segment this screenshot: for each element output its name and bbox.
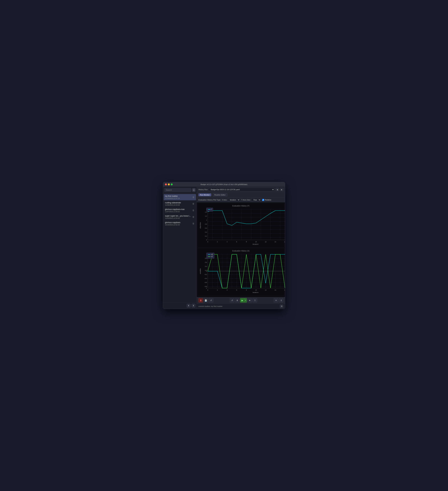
routine-info: glorious-capybara 10/18/2023,22:52:20 <box>165 221 192 226</box>
svg-text:16: 16 <box>284 241 285 243</box>
routine-delete-button[interactable]: 🗑 <box>192 216 195 218</box>
relative-checkbox[interactable] <box>262 199 264 201</box>
sidebar-footer: ⬆ ⬇ <box>163 302 197 309</box>
x-axis-label: X Axis <box>222 199 227 201</box>
status-bar: current routine: my first routine ⚙ <box>197 303 285 309</box>
chart-y-svg: 0 0.2 0.4 0.6 0.8 1 1.2 1.4 2 0 2 4 6 <box>199 208 285 246</box>
routine-info: my first routine 11/10/2023,12:37:24 <box>165 195 192 199</box>
svg-text:6: 6 <box>236 289 237 291</box>
history-run-label: History Run <box>198 189 208 190</box>
svg-text:12: 12 <box>265 241 266 243</box>
svg-text:1.2: 1.2 <box>205 215 207 217</box>
legend-x1-label: x1 <box>211 256 213 257</box>
routine-name: super super lon...you know that! <box>165 215 192 217</box>
play-group: ▶ ▼ <box>240 298 247 302</box>
svg-text:0: 0 <box>206 239 207 241</box>
routine-delete-button[interactable]: 🗑 <box>192 196 195 199</box>
history-run-bar: History Run BadgerOpt-2023-11-10-123726.… <box>197 187 285 192</box>
prev-run-button[interactable]: ◀ <box>276 188 279 191</box>
reset-button[interactable]: ↺ <box>230 298 234 302</box>
export-button[interactable]: ⬇ <box>192 304 195 308</box>
sidebar-header: + <box>163 187 197 193</box>
info-button[interactable]: ℹ <box>279 298 283 302</box>
left-toolbar-group: 🗑 💾 ↺ <box>198 298 213 302</box>
maximize-button[interactable] <box>171 183 173 185</box>
window-title: Badger v0.11+107.g7f15964 (Xopt v2.0a1+2… <box>201 183 247 185</box>
routine-delete-button[interactable]: 🗑 <box>192 202 195 205</box>
import-button[interactable]: ⬆ <box>187 304 191 308</box>
svg-text:-1: -1 <box>206 287 207 289</box>
svg-text:16: 16 <box>284 289 285 291</box>
minimize-button[interactable] <box>168 183 170 185</box>
star-button[interactable]: ★ <box>247 298 252 302</box>
add-routine-button[interactable]: + <box>192 188 195 192</box>
play-button[interactable]: ▶ <box>240 298 245 302</box>
svg-text:0: 0 <box>206 270 207 272</box>
legend-f-line <box>208 209 211 210</box>
svg-text:6: 6 <box>236 241 237 243</box>
legend-x1: x1 <box>208 256 213 257</box>
routine-date: 11/03/2023,12:53:43 <box>165 217 192 219</box>
tools-button[interactable]: ✕ <box>274 298 278 302</box>
svg-text:14: 14 <box>274 241 276 243</box>
svg-text:1: 1 <box>206 219 207 221</box>
save-button[interactable]: 💾 <box>204 298 208 302</box>
next-run-button[interactable]: ▶ <box>280 188 283 191</box>
x-axis-select[interactable]: Iteration <box>228 198 240 201</box>
bottom-toolbar: 🗑 💾 ↺ ↺ ⏸ ▶ ▼ ★ ↧ ✕ ℹ <box>197 297 285 303</box>
svg-text:10: 10 <box>255 289 257 291</box>
routine-editor-button[interactable]: Routine Editor <box>213 193 227 197</box>
svg-text:2: 2 <box>217 241 218 243</box>
routine-info: rustling-sidewinder 11/08/2023,10:18:08 <box>165 202 192 206</box>
relative-checkbox-label[interactable]: Relative <box>262 199 271 201</box>
legend-x1-line <box>208 256 211 257</box>
run-monitor-button[interactable]: Run Monitor <box>198 193 211 196</box>
routine-date: 11/10/2023,12:37:24 <box>165 198 192 199</box>
settings-button[interactable]: ⚙ <box>280 304 283 308</box>
routine-item[interactable]: glorious-capybara-max 11/07/2023,11:03:3… <box>164 207 196 214</box>
title-bar: Badger v0.11+107.g7f15964 (Xopt v2.0a1+2… <box>163 182 285 187</box>
eval-history-label: Evaluation History Plot Type <box>198 199 220 201</box>
routine-info: super super lon...you know that! 11/03/2… <box>165 215 192 219</box>
y-axis-select[interactable]: Raw <box>252 198 261 201</box>
routine-item[interactable]: glorious-capybara 10/18/2023,22:52:20 🗑 <box>164 220 196 227</box>
svg-text:-0.4: -0.4 <box>204 278 207 279</box>
routine-delete-button[interactable]: 🗑 <box>192 222 195 225</box>
svg-text:4: 4 <box>227 289 227 291</box>
routine-name: glorious-capybara-max <box>165 208 192 210</box>
export-run-button[interactable]: ↧ <box>253 298 257 302</box>
right-toolbar-group: ✕ ℹ <box>274 298 283 302</box>
mode-bar: Run Monitor Routine Editor <box>197 192 285 198</box>
chart-y-title: Evaluation History (Y) <box>199 205 283 207</box>
routine-date: 11/07/2023,11:03:32 <box>165 211 192 213</box>
routine-name: rustling-sidewinder <box>165 202 192 204</box>
routine-item[interactable]: my first routine 11/10/2023,12:37:24 🗑 <box>164 194 196 200</box>
routine-item[interactable]: rustling-sidewinder 11/08/2023,10:18:08 … <box>164 201 196 207</box>
svg-text:0.6: 0.6 <box>205 262 207 263</box>
controls-bar: Evaluation History Plot Type X Axis Iter… <box>197 198 285 202</box>
y-axis-label: Y Axis (Var) <box>241 199 250 201</box>
close-button[interactable] <box>165 183 167 185</box>
play-dropdown-button[interactable]: ▼ <box>245 298 247 302</box>
legend-x0-line <box>208 254 211 255</box>
search-input[interactable] <box>164 188 191 192</box>
routine-info: glorious-capybara-max 11/07/2023,11:03:3… <box>165 208 192 213</box>
svg-text:14: 14 <box>274 289 276 291</box>
svg-text:2: 2 <box>217 289 218 291</box>
delete-run-button[interactable]: 🗑 <box>198 298 203 302</box>
sidebar: + my first routine 11/10/2023,12:37:24 🗑… <box>163 187 197 309</box>
pause-button[interactable]: ⏸ <box>235 298 239 302</box>
routine-delete-button[interactable]: 🗑 <box>192 209 195 212</box>
routine-item[interactable]: super super lon...you know that! 11/03/2… <box>164 214 196 220</box>
routine-date: 11/08/2023,10:18:08 <box>165 204 192 206</box>
run-selector[interactable]: BadgerOpt-2023-11-10-123726.yaml <box>209 188 274 191</box>
svg-text:0.8: 0.8 <box>205 223 207 225</box>
svg-text:4: 4 <box>227 241 227 243</box>
svg-text:10: 10 <box>255 241 257 243</box>
svg-text:1.4: 1.4 <box>205 211 207 213</box>
main-layout: + my first routine 11/10/2023,12:37:24 🗑… <box>163 187 285 309</box>
refresh-button[interactable]: ↺ <box>209 298 213 302</box>
svg-text:objectives: objectives <box>200 222 201 229</box>
chart-y-legend: f <box>206 208 213 211</box>
svg-text:12: 12 <box>265 289 266 291</box>
